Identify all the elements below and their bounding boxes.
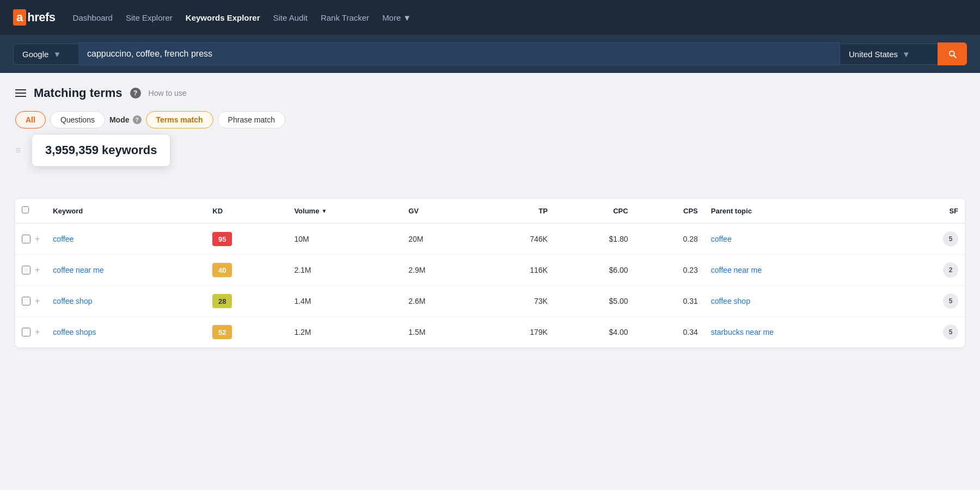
cell-cps: 0.31 [635,286,705,317]
cell-volume: 10M [287,223,402,255]
country-select[interactable]: United States ▼ [840,44,938,65]
keyword-link[interactable]: coffee shop [53,297,92,305]
cell-tp: 73K [477,286,554,317]
how-to-use-link[interactable]: How to use [149,89,187,97]
cell-gv: 1.5M [402,317,477,348]
tab-questions[interactable]: Questions [50,111,105,128]
cell-keyword: coffee [46,223,206,255]
cell-sf: 2 [894,255,965,286]
keywords-count-tooltip: 3,959,359 keywords [32,134,170,167]
navbar: a hrefs Dashboard Site Explorer Keywords… [0,0,980,35]
cell-parent-topic: coffee [705,223,894,255]
nav-rank-tracker[interactable]: Rank Tracker [321,13,369,22]
col-volume[interactable]: Volume ▼ [287,199,402,223]
tab-all[interactable]: All [15,111,46,128]
cell-gv: 2.6M [402,286,477,317]
cell-sf: 5 [894,286,965,317]
parent-topic-link[interactable]: starbucks near me [711,328,774,336]
sf-badge: 5 [943,324,958,340]
cell-gv: 20M [402,223,477,255]
nav-site-audit[interactable]: Site Audit [273,13,308,22]
col-parent-topic: Parent topic [705,199,894,223]
add-keyword-button[interactable]: + [35,234,40,244]
cell-kd: 52 [206,317,287,348]
kd-badge: 28 [212,294,232,308]
kd-badge: 52 [212,325,232,339]
keywords-count: 3,959,359 keywords [45,143,157,157]
add-keyword-button[interactable]: + [35,265,40,275]
hamburger-icon[interactable] [15,89,26,97]
cell-keyword: coffee shops [46,317,206,348]
nav-keywords-explorer[interactable]: Keywords Explorer [186,13,260,22]
cell-sf: 5 [894,223,965,255]
row-checkbox[interactable] [22,235,30,243]
cell-keyword: coffee near me [46,255,206,286]
country-label: United States [849,50,898,59]
drag-handle-icon[interactable]: ≡ [15,145,21,156]
parent-topic-link[interactable]: coffee shop [711,297,750,305]
mode-label: Mode ? [109,115,142,124]
keyword-link[interactable]: coffee shops [53,328,96,336]
keyword-search-input[interactable] [78,42,468,65]
cell-parent-topic: coffee near me [705,255,894,286]
cell-kd: 40 [206,255,287,286]
table-header: Keyword KD Volume ▼ GV TP CPC CPS Parent… [15,199,965,223]
row-checkbox[interactable] [22,297,30,305]
col-sf: SF [894,199,965,223]
help-icon[interactable]: ? [130,88,141,99]
row-checkbox[interactable] [22,266,30,274]
nav-site-explorer[interactable]: Site Explorer [126,13,173,22]
total-volume: al volume: 71M [41,160,965,173]
row-controls: + [22,327,40,337]
nav-more[interactable]: More ▼ [382,13,411,22]
keywords-table: Keyword KD Volume ▼ GV TP CPC CPS Parent… [15,199,965,347]
tab-terms-match[interactable]: Terms match [146,111,213,128]
filter-tabs: All Questions Mode ? Terms match Phrase … [15,111,965,128]
keyword-link[interactable]: coffee [53,235,74,243]
col-tp: TP [477,199,554,223]
cell-tp: 116K [477,255,554,286]
chevron-down-icon: ▼ [53,50,61,59]
sf-badge: 5 [943,293,958,309]
col-gv: GV [402,199,477,223]
col-cps: CPS [635,199,705,223]
main-content: Matching terms ? How to use All Question… [0,73,980,490]
add-keyword-button[interactable]: + [35,296,40,306]
table-body: + coffee 95 10M 20M 746K $1.80 0.28 coff… [15,223,965,347]
mode-help-icon[interactable]: ? [133,115,142,124]
parent-topic-link[interactable]: coffee [711,235,732,243]
cell-volume: 1.2M [287,317,402,348]
add-keyword-button[interactable]: + [35,327,40,337]
cell-parent-topic: coffee shop [705,286,894,317]
nav-dashboard[interactable]: Dashboard [73,13,113,22]
search-bar: Google ▼ United States ▼ [0,35,980,73]
cell-tp: 179K [477,317,554,348]
select-all-checkbox[interactable] [22,206,29,213]
nav-links: Dashboard Site Explorer Keywords Explore… [73,13,412,22]
cell-gv: 2.9M [402,255,477,286]
cell-cps: 0.23 [635,255,705,286]
tab-phrase-match[interactable]: Phrase match [218,111,285,128]
cell-volume: 1.4M [287,286,402,317]
nav-more-label: More [382,13,401,22]
kd-badge: 95 [212,232,232,246]
row-checkbox[interactable] [22,328,30,336]
parent-topic-link[interactable]: coffee near me [711,266,762,274]
table-row: + coffee shop 28 1.4M 2.6M 73K $5.00 0.3… [15,286,965,317]
row-controls: + [22,265,40,275]
search-button[interactable] [938,42,967,65]
logo-a: a [13,9,26,26]
cell-kd: 28 [206,286,287,317]
cell-tp: 746K [477,223,554,255]
page-header: Matching terms ? How to use [15,86,965,100]
engine-select[interactable]: Google ▼ [13,44,78,65]
cell-cpc: $5.00 [554,286,635,317]
table-row: + coffee 95 10M 20M 746K $1.80 0.28 coff… [15,223,965,255]
chevron-down-icon: ▼ [902,50,910,59]
keyword-link[interactable]: coffee near me [53,266,103,274]
engine-label: Google [22,50,48,59]
sf-badge: 5 [943,231,958,247]
row-controls: + [22,234,40,244]
logo-text: hrefs [27,10,55,24]
col-kd: KD [206,199,287,223]
